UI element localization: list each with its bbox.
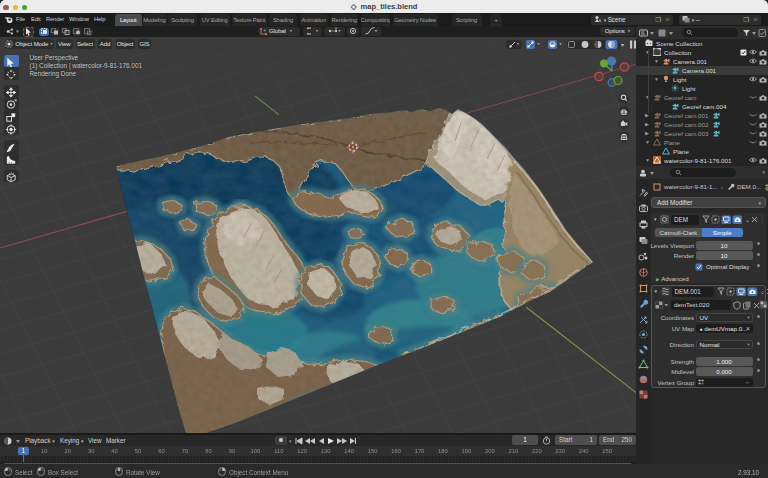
svg-text:▾: ▾ <box>621 42 624 48</box>
svg-text:⌄: ⌄ <box>745 217 750 223</box>
